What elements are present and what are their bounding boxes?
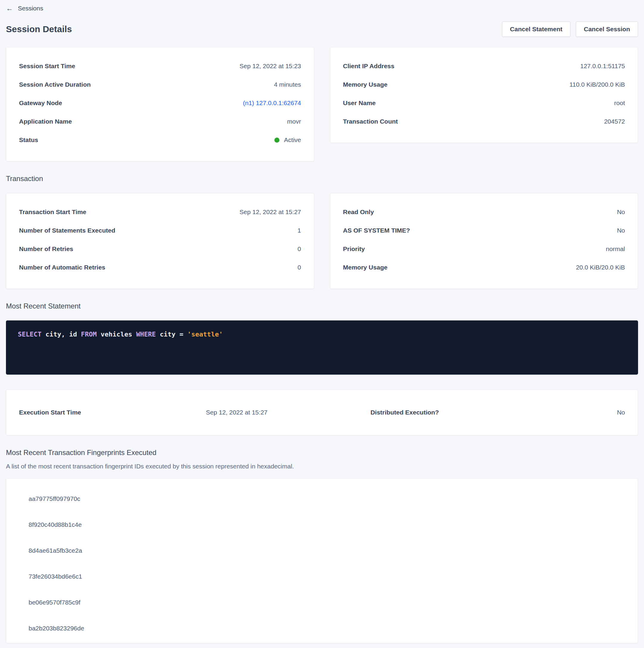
page-header: Session Details Cancel Statement Cancel … (6, 21, 638, 37)
summary-row: Memory Usage110.0 KiB/200.0 KiB (343, 75, 625, 94)
field-label: Application Name (19, 118, 72, 125)
summary-row: Client IP Address127.0.0.1:51175 (343, 57, 625, 75)
session-details-page: ← Sessions Session Details Cancel Statem… (0, 0, 644, 643)
page-title: Session Details (6, 24, 72, 34)
summary-row: Memory Usage20.0 KiB/20.0 KiB (343, 258, 625, 277)
field-label: User Name (343, 100, 376, 107)
sql-token-str: 'seattle' (187, 331, 223, 338)
fingerprint-row: 73fe26034bd6e6c1 (6, 563, 638, 589)
field-value: 110.0 KiB/200.0 KiB (570, 81, 625, 88)
execution-start-pair: Execution Start Time Sep 12, 2022 at 15:… (19, 409, 268, 416)
field-value: No (617, 209, 625, 216)
field-value: 204572 (604, 118, 625, 125)
session-summary-card-left: Session Start TimeSep 12, 2022 at 15:23S… (6, 47, 314, 161)
gateway-node-link[interactable]: (n1) 127.0.0.1:62674 (243, 100, 301, 107)
field-label: Read Only (343, 209, 374, 216)
field-label: Status (19, 137, 38, 144)
transaction-card-left: Transaction Start TimeSep 12, 2022 at 15… (6, 193, 314, 289)
field-label: Session Start Time (19, 62, 75, 70)
field-label: Transaction Start Time (19, 209, 86, 216)
summary-row: Session Active Duration4 minutes (19, 75, 301, 94)
header-actions: Cancel Statement Cancel Session (502, 21, 638, 37)
field-value: normal (606, 246, 625, 253)
summary-row: StatusActive (19, 131, 301, 149)
summary-row: Number of Statements Executed1 (19, 221, 301, 240)
sql-token-kw: FROM (81, 331, 101, 338)
fingerprint-id: ba2b203b823296de (28, 625, 84, 632)
most-recent-statement-heading: Most Recent Statement (6, 302, 638, 310)
field-value: movr (287, 118, 301, 125)
summary-row: Session Start TimeSep 12, 2022 at 15:23 (19, 57, 301, 75)
breadcrumb-sessions-link[interactable]: Sessions (18, 5, 43, 12)
transaction-row: Transaction Start TimeSep 12, 2022 at 15… (6, 193, 638, 289)
sql-token-id: vehicles (101, 331, 136, 338)
sql-statement: SELECT city, id FROM vehicles WHERE city… (18, 331, 223, 338)
cancel-session-button[interactable]: Cancel Session (576, 21, 638, 37)
field-value: 0 (298, 246, 301, 253)
field-label: Number of Retries (19, 246, 73, 253)
summary-row: Number of Automatic Retries0 (19, 258, 301, 277)
transaction-section-heading: Transaction (6, 174, 638, 183)
sql-token-id: city = (160, 331, 187, 338)
fingerprints-card: aa79775ff097970c8f920c40d88b1c4e8d4ae61a… (6, 478, 638, 643)
field-label: AS OF SYSTEM TIME? (343, 227, 410, 234)
sql-statement-box: SELECT city, id FROM vehicles WHERE city… (6, 320, 638, 375)
fingerprint-id: 8f920c40d88b1c4e (28, 521, 82, 528)
fingerprint-row: ba2b203b823296de (6, 615, 638, 641)
fingerprint-row: aa79775ff097970c (6, 486, 638, 511)
field-value: 4 minutes (274, 81, 301, 88)
field-value: Sep 12, 2022 at 15:27 (240, 209, 301, 216)
summary-row: Number of Retries0 (19, 240, 301, 258)
field-label: Session Active Duration (19, 81, 91, 88)
breadcrumb[interactable]: ← Sessions (6, 3, 43, 14)
summary-row: Application Namemovr (19, 112, 301, 131)
field-label: Distributed Execution? (370, 409, 439, 416)
fingerprints-description: A list of the most recent transaction fi… (6, 463, 638, 470)
field-value: 127.0.0.1:51175 (580, 62, 625, 70)
session-summary-card-right: Client IP Address127.0.0.1:51175Memory U… (330, 47, 638, 143)
fingerprint-id: 73fe26034bd6e6c1 (28, 573, 82, 580)
field-value: No (617, 227, 625, 234)
transaction-card-right: Read OnlyNoAS OF SYSTEM TIME?NoPriorityn… (330, 193, 638, 289)
field-value: No (617, 409, 625, 416)
field-value: 0 (298, 264, 301, 271)
summary-row: Gateway Node(n1) 127.0.0.1:62674 (19, 94, 301, 112)
field-value: Sep 12, 2022 at 15:23 (240, 62, 301, 70)
summary-row: User Nameroot (343, 94, 625, 112)
field-value: Sep 12, 2022 at 15:27 (206, 409, 268, 416)
fingerprint-id: 8d4ae61a5fb3ce2a (28, 547, 82, 554)
field-label: Client IP Address (343, 62, 395, 70)
field-label: Priority (343, 246, 365, 253)
field-label: Execution Start Time (19, 409, 81, 416)
field-value: root (614, 100, 625, 107)
fingerprints-heading: Most Recent Transaction Fingerprints Exe… (6, 448, 638, 457)
summary-row: Transaction Count204572 (343, 112, 625, 131)
fingerprint-id: be06e9570f785c9f (28, 599, 80, 606)
sql-token-kw: WHERE (136, 331, 160, 338)
distributed-execution-pair: Distributed Execution? No (370, 409, 625, 416)
summary-row: Read OnlyNo (343, 203, 625, 221)
field-label: Memory Usage (343, 264, 388, 271)
field-label: Number of Automatic Retries (19, 264, 105, 271)
field-label: Memory Usage (343, 81, 388, 88)
summary-row: Prioritynormal (343, 240, 625, 258)
status-dot-icon (274, 138, 280, 143)
status-badge: Active (274, 137, 301, 144)
fingerprint-id: aa79775ff097970c (28, 495, 80, 502)
fingerprint-row: 8f920c40d88b1c4e (6, 511, 638, 538)
session-summary-row: Session Start TimeSep 12, 2022 at 15:23S… (6, 47, 638, 161)
field-label: Transaction Count (343, 118, 398, 125)
field-value: 20.0 KiB/20.0 KiB (576, 264, 625, 271)
cancel-statement-button[interactable]: Cancel Statement (502, 21, 571, 37)
summary-row: Transaction Start TimeSep 12, 2022 at 15… (19, 203, 301, 221)
summary-row: AS OF SYSTEM TIME?No (343, 221, 625, 240)
field-label: Number of Statements Executed (19, 227, 115, 234)
fingerprint-row: 8d4ae61a5fb3ce2a (6, 538, 638, 563)
sql-token-id: city, id (46, 331, 81, 338)
field-value: 1 (298, 227, 301, 234)
back-arrow-icon[interactable]: ← (6, 5, 13, 12)
execution-card: Execution Start Time Sep 12, 2022 at 15:… (6, 389, 638, 435)
field-label: Gateway Node (19, 100, 62, 107)
sql-token-kw: SELECT (18, 331, 46, 338)
fingerprint-row: be06e9570f785c9f (6, 589, 638, 615)
